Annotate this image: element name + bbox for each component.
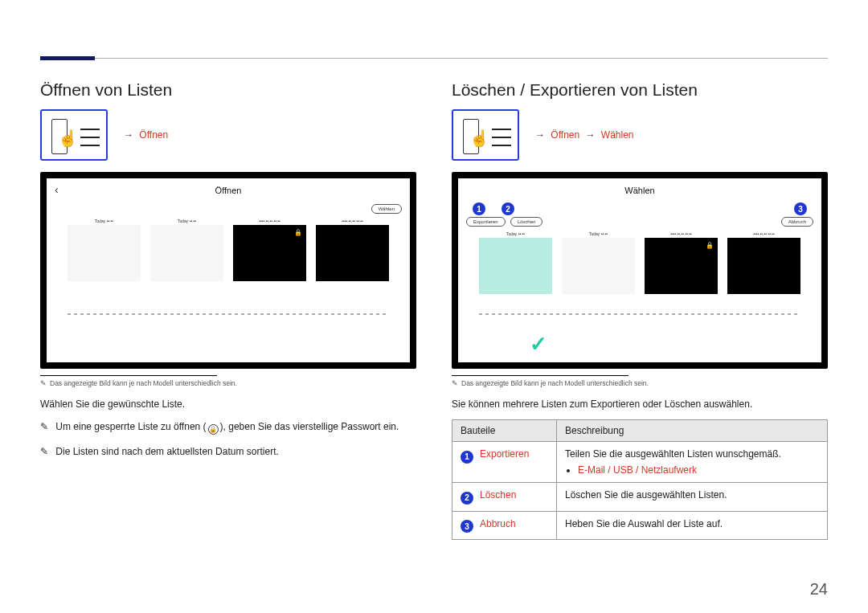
slot-date: ••••.••.•• ••:••: [645, 231, 718, 236]
heading-delete-export: Löschen / Exportieren von Listen: [452, 80, 828, 100]
instruction-bullet: ✎ Um eine gesperrte Liste zu öffnen (🔒),…: [40, 421, 416, 435]
list-thumb-selected: ✓: [479, 238, 552, 294]
slot-date: ••••.••.•• ••:••: [727, 231, 800, 236]
slot-timestamps: Today ••:•• Today ••:•• ••••.••.•• ••:••…: [458, 227, 821, 238]
table-header-row: Bauteile Beschreibung: [452, 420, 828, 442]
slot-date: Today ••:••: [479, 231, 552, 236]
lock-icon: 🔒: [208, 424, 219, 435]
manual-page: Öffnen von Listen ☝ → Öffnen ‹ Öffnen: [0, 0, 868, 613]
cancel-button: Abbruch: [781, 217, 813, 227]
nav-path: → Öffnen: [121, 129, 168, 141]
list-thumb: [562, 238, 635, 294]
list-thumb: [316, 225, 389, 281]
parts-table: Bauteile Beschreibung 1Exportieren Teile…: [452, 419, 828, 540]
callout-badge-1: 1: [473, 202, 485, 215]
col-parts: Bauteile: [452, 420, 557, 442]
select-button: Wählen: [371, 204, 402, 214]
list-thumb: 🔒: [233, 225, 306, 281]
footnote: ✎Das angezeigte Bild kann je nach Modell…: [40, 379, 416, 387]
two-column-layout: Öffnen von Listen ☝ → Öffnen ‹ Öffnen: [40, 80, 828, 581]
column-delete-export: Löschen / Exportieren von Listen ☝ → Öff…: [452, 80, 828, 581]
instruction-lead: Wählen Sie die gewünschte Liste.: [40, 398, 416, 410]
arrow-icon: →: [586, 129, 596, 141]
export-button: Exportieren: [466, 217, 506, 227]
slot-date: Today ••:••: [150, 219, 223, 223]
callout-badge-1: 1: [461, 451, 473, 464]
part-desc: Löschen Sie die ausgewählten Listen.: [557, 483, 828, 512]
part-desc: Teilen Sie die ausgewählten Listen wunsc…: [557, 442, 828, 483]
lock-icon: 🔒: [706, 242, 714, 249]
callout-badge-2: 2: [461, 492, 473, 505]
instruction-bullet: ✎ Die Listen sind nach dem aktuellsten D…: [40, 446, 416, 457]
nav-path-row: ☝ → Öffnen: [40, 109, 416, 161]
nav-path: → Öffnen → Wählen: [532, 129, 634, 141]
list-lines-icon: [492, 122, 511, 153]
device-screenshot-select: Wählen 1 2 3 Exportieren Löschen Abbruch…: [452, 172, 828, 369]
column-open-lists: Öffnen von Listen ☝ → Öffnen ‹ Öffnen: [40, 80, 416, 581]
part-name-cancel: 3Abbruch: [452, 511, 557, 540]
footnote-rule: [452, 375, 628, 376]
header-accent-bar: [40, 56, 95, 60]
device-title: Wählen: [458, 186, 821, 195]
instruction-lead: Sie können mehrere Listen zum Exportiere…: [452, 398, 828, 410]
lock-icon: 🔒: [294, 229, 302, 236]
pen-icon: ✎: [40, 446, 48, 457]
arrow-icon: →: [124, 129, 133, 141]
back-icon: ‹: [55, 183, 59, 196]
device-screenshot-open: ‹ Öffnen Wählen Today ••:•• Today ••:•• …: [40, 172, 416, 369]
pen-icon: ✎: [40, 379, 47, 387]
divider-dashed: [68, 313, 389, 315]
delete-button: Löschen: [510, 217, 543, 227]
list-thumb: [150, 225, 223, 281]
slot-date: ••••.••.•• ••:••: [233, 219, 306, 223]
heading-open: Öffnen von Listen: [40, 80, 416, 100]
slot-date: Today ••:••: [562, 231, 635, 236]
hand-icon: ☝: [58, 129, 78, 148]
pen-icon: ✎: [452, 379, 458, 387]
table-row: 3Abbruch Heben Sie die Auswahl der Liste…: [452, 511, 828, 540]
hand-icon: ☝: [469, 129, 489, 148]
part-desc: Heben Sie die Auswahl der Liste auf.: [557, 511, 828, 540]
list-thumb: [727, 238, 800, 294]
divider-dashed: [479, 313, 800, 315]
header-rule: [40, 58, 828, 59]
nav-path-row: ☝ → Öffnen → Wählen: [452, 109, 828, 161]
callout-badge-2: 2: [502, 202, 514, 215]
nav-step: Öffnen: [139, 129, 168, 141]
table-row: 1Exportieren Teilen Sie die ausgewählten…: [452, 442, 828, 483]
export-options: E-Mail / USB / Netzlaufwerk: [578, 464, 697, 476]
list-thumb: [68, 225, 141, 281]
arrow-icon: →: [535, 129, 545, 141]
page-number: 24: [810, 580, 828, 599]
footnote-rule: [40, 375, 217, 376]
nav-step: Wählen: [601, 129, 634, 141]
list-thumb: 🔒: [645, 238, 718, 294]
pen-icon: ✎: [40, 421, 48, 432]
touch-gesture-thumb: ☝: [452, 109, 519, 161]
footnote: ✎Das angezeigte Bild kann je nach Modell…: [452, 379, 828, 387]
callout-badge-3: 3: [794, 202, 807, 215]
check-icon: ✓: [530, 332, 547, 357]
col-description: Beschreibung: [557, 420, 828, 442]
slot-date: ••••.••.•• ••:••: [316, 219, 389, 223]
slot-date: Today ••:••: [68, 219, 141, 223]
device-title: Öffnen: [47, 186, 410, 195]
slot-timestamps: Today ••:•• Today ••:•• ••••.••.•• ••:••…: [47, 214, 410, 225]
list-lines-icon: [80, 122, 100, 153]
callout-badge-3: 3: [461, 520, 473, 533]
part-name-export: 1Exportieren: [452, 442, 557, 483]
touch-gesture-thumb: ☝: [40, 109, 108, 161]
part-name-delete: 2Löschen: [452, 483, 557, 512]
table-row: 2Löschen Löschen Sie die ausgewählten Li…: [452, 483, 828, 512]
nav-step: Öffnen: [551, 129, 579, 141]
